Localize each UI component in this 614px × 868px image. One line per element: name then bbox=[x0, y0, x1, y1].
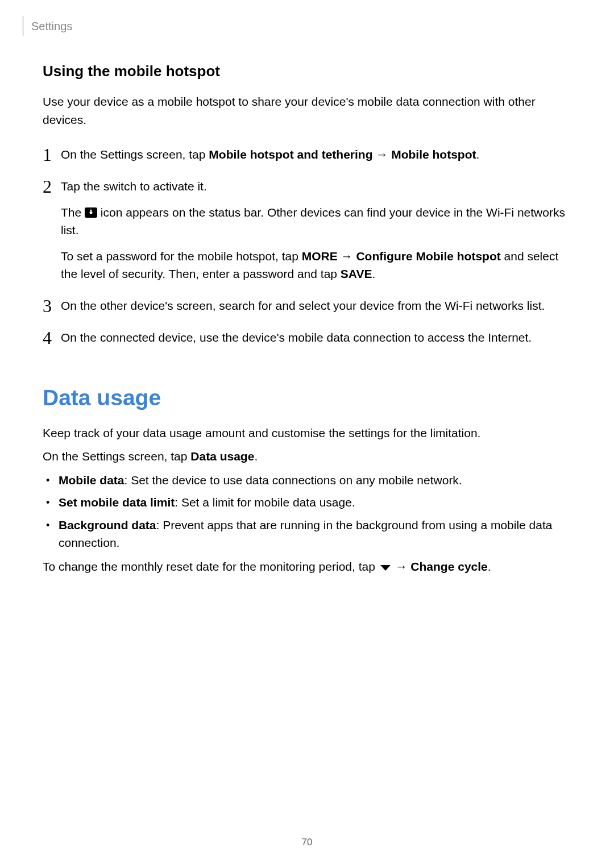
step-2-p3-pre: To set a password for the mobile hotspot… bbox=[61, 250, 302, 263]
data-usage-p3-arrow: → bbox=[392, 560, 411, 573]
page-header: Settings bbox=[23, 16, 72, 36]
data-usage-p3-pre: To change the monthly reset date for the… bbox=[43, 560, 379, 573]
data-usage-p2-post: . bbox=[254, 450, 258, 463]
bullet-2-text: : Set a limit for mobile data usage. bbox=[175, 496, 355, 509]
step-3: 3 On the other device's screen, search f… bbox=[43, 296, 571, 315]
step-2-p2-post: icon appears on the status bar. Other de… bbox=[61, 206, 565, 237]
data-usage-p3-post: . bbox=[488, 560, 491, 573]
step-4-body: On the connected device, use the device'… bbox=[61, 327, 532, 347]
bullet-background-data: Background data: Prevent apps that are r… bbox=[59, 516, 571, 552]
step-number-4: 4 bbox=[43, 327, 61, 347]
data-usage-p2: On the Settings screen, tap Data usage. bbox=[43, 447, 571, 466]
step-1-text-post: . bbox=[476, 148, 479, 161]
step-2-p3-arrow: → bbox=[338, 250, 356, 263]
dropdown-triangle-icon bbox=[379, 559, 392, 577]
breadcrumb: Settings bbox=[31, 20, 72, 33]
data-usage-p1: Keep track of your data usage amount and… bbox=[43, 424, 571, 442]
step-2-p1: Tap the switch to activate it. bbox=[61, 177, 571, 196]
hotspot-steps: 1 On the Settings screen, tap Mobile hot… bbox=[43, 144, 571, 347]
data-usage-heading: Data usage bbox=[43, 385, 571, 410]
data-usage-bullets: Mobile data: Set the device to use data … bbox=[43, 471, 571, 552]
step-1: 1 On the Settings screen, tap Mobile hot… bbox=[43, 144, 571, 164]
data-usage-p3: To change the monthly reset date for the… bbox=[43, 558, 571, 577]
step-2: 2 Tap the switch to activate it. The ico… bbox=[43, 176, 571, 283]
bullet-data-limit: Set mobile data limit: Set a limit for m… bbox=[59, 493, 571, 512]
step-number-2: 2 bbox=[43, 176, 61, 283]
step-2-p3-post: . bbox=[372, 267, 375, 280]
data-usage-p2-b: Data usage bbox=[190, 450, 254, 463]
step-2-p3-b3: SAVE bbox=[341, 267, 372, 280]
step-2-body: Tap the switch to activate it. The icon … bbox=[61, 176, 571, 283]
step-number-3: 3 bbox=[43, 296, 61, 315]
data-usage-p3-b: Change cycle bbox=[410, 560, 487, 573]
bullet-3-bold: Background data bbox=[59, 518, 156, 531]
step-1-body: On the Settings screen, tap Mobile hotsp… bbox=[61, 144, 479, 164]
step-1-bold-1: Mobile hotspot and tethering bbox=[209, 148, 372, 161]
hotspot-intro: Use your device as a mobile hotspot to s… bbox=[43, 93, 571, 128]
page-content: Using the mobile hotspot Use your device… bbox=[0, 0, 614, 576]
step-2-p3-b2: Configure Mobile hotspot bbox=[356, 250, 500, 263]
step-1-arrow: → bbox=[372, 148, 391, 161]
step-4: 4 On the connected device, use the devic… bbox=[43, 327, 571, 347]
data-usage-p2-pre: On the Settings screen, tap bbox=[43, 450, 190, 463]
bullet-1-bold: Mobile data bbox=[59, 474, 125, 487]
step-3-text: On the other device's screen, search for… bbox=[61, 297, 545, 315]
hotspot-icon bbox=[85, 207, 97, 218]
bullet-mobile-data: Mobile data: Set the device to use data … bbox=[59, 471, 571, 489]
step-1-text-pre: On the Settings screen, tap bbox=[61, 148, 209, 161]
step-3-body: On the other device's screen, search for… bbox=[61, 296, 545, 315]
step-1-bold-2: Mobile hotspot bbox=[391, 148, 476, 161]
page-number: 70 bbox=[0, 837, 614, 848]
hotspot-heading: Using the mobile hotspot bbox=[43, 63, 571, 80]
step-number-1: 1 bbox=[43, 144, 61, 164]
bullet-2-bold: Set mobile data limit bbox=[59, 496, 175, 509]
step-2-p3-b1: MORE bbox=[302, 250, 338, 263]
header-divider bbox=[23, 16, 23, 36]
step-2-p2-pre: The bbox=[61, 206, 85, 219]
step-4-text: On the connected device, use the device'… bbox=[61, 329, 532, 347]
bullet-1-text: : Set the device to use data connections… bbox=[125, 474, 462, 487]
svg-marker-0 bbox=[380, 565, 391, 571]
